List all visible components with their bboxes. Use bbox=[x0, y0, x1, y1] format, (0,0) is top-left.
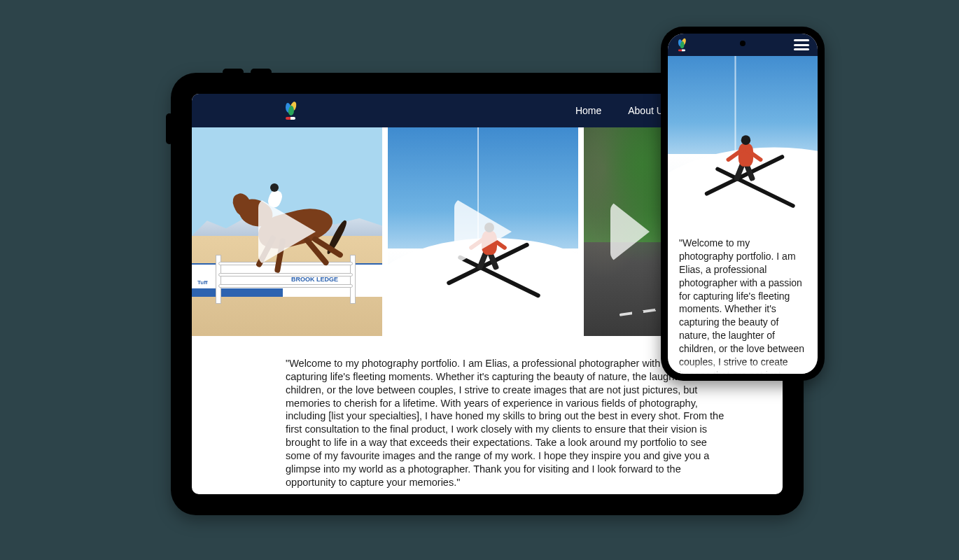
nav-home[interactable]: Home bbox=[575, 105, 601, 116]
phone-camera-dot bbox=[740, 41, 746, 46]
brand-logo[interactable] bbox=[283, 102, 298, 120]
thumbnail-skier bbox=[668, 56, 818, 224]
play-icon bbox=[258, 198, 316, 265]
brand-logo[interactable] bbox=[676, 38, 687, 52]
play-button[interactable] bbox=[388, 127, 578, 336]
intro-paragraph: "Welcome to my photography portfolio. I … bbox=[286, 357, 727, 489]
gallery-card-horse: Tuff BROOK LEDGE bbox=[192, 127, 382, 336]
play-icon bbox=[454, 198, 512, 265]
play-button[interactable] bbox=[192, 127, 382, 336]
phone-device-frame: "Welcome to my photography portfolio. I … bbox=[661, 27, 825, 381]
hamburger-menu-icon[interactable] bbox=[794, 39, 809, 50]
gallery-card-skier bbox=[388, 127, 578, 336]
phone-body-text: "Welcome to my photography portfolio. I … bbox=[668, 224, 818, 374]
intro-paragraph: "Welcome to my photography portfolio. I … bbox=[679, 237, 806, 374]
phone-hero-video bbox=[668, 56, 818, 224]
phone-screen: "Welcome to my photography portfolio. I … bbox=[668, 34, 818, 374]
play-icon bbox=[610, 201, 650, 262]
text-fade-overlay bbox=[668, 361, 818, 374]
